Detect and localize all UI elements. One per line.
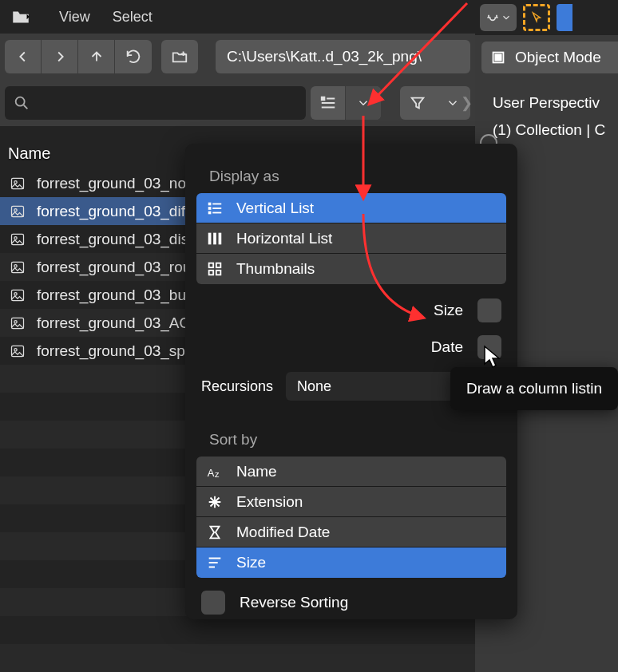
display-option-icon [204,230,225,247]
svg-point-5 [14,208,17,211]
svg-point-9 [14,264,17,267]
svg-rect-22 [212,208,221,209]
svg-rect-25 [213,232,216,244]
viewport-line2: (1) Collection | C [493,117,605,144]
size-column-checkbox[interactable] [477,298,501,322]
svg-text:z: z [215,469,220,479]
image-file-icon [6,202,29,221]
sort-by-label: Sort by [185,407,517,457]
svg-rect-19 [208,207,212,210]
file-browser-icon[interactable] [5,3,37,30]
image-file-icon [6,314,29,333]
mode-selector[interactable]: Object Mode [481,42,618,73]
viewport-line1: User Perspectiv [493,89,605,117]
display-option-horizontal-list[interactable]: Horizontal List [196,223,506,254]
menu-select[interactable]: Select [113,9,153,26]
svg-rect-26 [219,232,222,244]
more-icon: ❯ [461,94,473,112]
reverse-sort-checkbox[interactable] [201,591,225,615]
recursions-label: Recursions [201,378,273,395]
sort-option-icon: Az [204,463,225,480]
svg-rect-18 [208,202,212,205]
reverse-sort-label: Reverse Sorting [240,594,348,611]
display-as-label: Display as [185,144,517,193]
svg-point-13 [14,320,17,322]
display-mode-buttons [311,86,381,120]
size-column-label: Size [434,302,463,319]
path-text: C:\Users\Katt..d_03_2k_png\ [227,48,422,65]
sort-option-label: Size [236,554,266,571]
svg-point-11 [14,292,17,294]
sort-option-label: Modified Date [236,524,330,541]
image-file-icon [6,258,29,277]
mode-label: Object Mode [515,49,601,66]
svg-point-3 [14,180,17,183]
svg-rect-21 [212,203,221,204]
sort-option-label: Name [236,463,277,480]
sort-option-modified-date[interactable]: Modified Date [196,517,506,547]
filter-buttons [400,86,470,120]
svg-point-15 [14,348,17,350]
sort-option-icon [204,493,225,511]
svg-rect-20 [208,211,212,214]
active-tool-button[interactable] [523,4,550,31]
display-option-label: Horizontal List [236,230,332,247]
sort-option-extension[interactable]: Extension [196,487,506,517]
nav-refresh-button[interactable] [115,40,152,73]
new-directory-button[interactable] [161,40,198,73]
display-option-label: Vertical List [236,200,314,217]
display-settings-button[interactable] [346,86,381,120]
sort-option-icon [204,554,225,571]
svg-rect-30 [216,271,221,275]
display-option-icon [204,200,225,217]
image-file-icon [6,230,29,249]
path-input[interactable]: C:\Users\Katt..d_03_2k_png\ [216,40,470,73]
svg-rect-28 [216,263,221,268]
snap-dropdown[interactable] [480,4,517,31]
image-file-icon [6,342,29,361]
display-option-vertical-list[interactable]: Vertical List [196,193,506,223]
tooltip: Draw a column listin [450,367,618,410]
select-box-button[interactable] [557,4,572,31]
sort-option-size[interactable]: Size [196,547,506,578]
svg-rect-1 [321,97,324,101]
svg-text:A: A [208,466,215,478]
svg-point-7 [14,236,17,239]
sort-option-name[interactable]: AzName [196,457,506,487]
filter-funnel-button[interactable] [400,86,435,120]
svg-rect-23 [212,211,221,213]
svg-rect-29 [209,271,214,275]
viewport-info: User Perspectiv (1) Collection | C [493,89,605,144]
display-option-thumbnails[interactable]: Thumbnails [196,254,506,284]
display-option-label: Thumbnails [236,260,315,278]
date-column-checkbox[interactable] [477,335,501,359]
nav-forward-button[interactable] [42,40,78,73]
display-list-button[interactable] [311,86,346,120]
image-file-icon [6,286,29,305]
svg-rect-27 [209,263,214,268]
date-column-label: Date [431,338,463,356]
svg-point-0 [16,97,25,106]
search-input[interactable] [5,86,306,120]
nav-up-button[interactable] [78,40,115,73]
sort-option-icon [204,524,225,541]
svg-rect-24 [208,232,212,244]
display-option-icon [204,260,225,278]
svg-rect-17 [495,54,501,60]
sort-option-label: Extension [236,493,303,511]
nav-back-button[interactable] [5,40,42,73]
menu-view[interactable]: View [59,9,90,26]
image-file-icon [6,174,29,193]
